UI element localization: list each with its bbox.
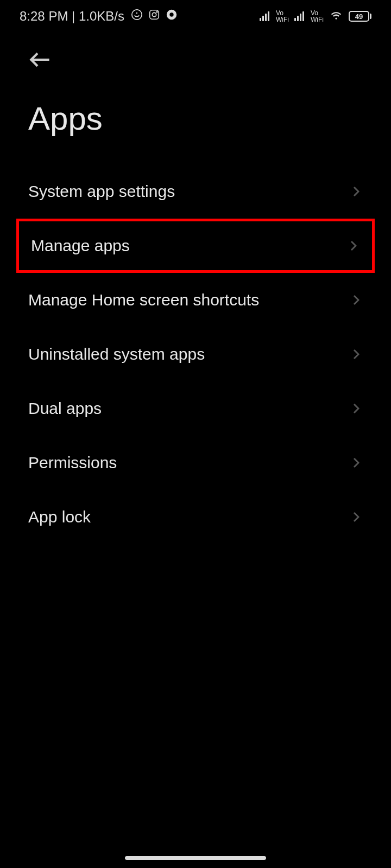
status-notification-icons xyxy=(131,9,178,24)
chevron-right-icon xyxy=(353,458,363,468)
battery-indicator: 49 xyxy=(349,11,371,22)
menu-label: Manage Home screen shortcuts xyxy=(28,291,259,309)
menu-item-system-app-settings[interactable]: System app settings xyxy=(0,164,391,219)
svg-point-3 xyxy=(156,11,157,12)
status-time: 8:28 PM | 1.0KB/s xyxy=(20,9,124,24)
status-left: 8:28 PM | 1.0KB/s xyxy=(20,9,178,24)
menu-item-uninstalled-system-apps[interactable]: Uninstalled system apps xyxy=(0,327,391,381)
menu-item-manage-home-screen-shortcuts[interactable]: Manage Home screen shortcuts xyxy=(0,273,391,327)
menu-label: App lock xyxy=(28,508,91,526)
menu-label: Permissions xyxy=(28,454,117,472)
menu-item-manage-apps[interactable]: Manage apps xyxy=(16,219,375,273)
chevron-right-icon xyxy=(350,241,360,251)
svg-point-0 xyxy=(132,10,142,20)
menu-list: System app settings Manage apps Manage H… xyxy=(0,159,391,550)
menu-item-dual-apps[interactable]: Dual apps xyxy=(0,381,391,436)
instagram-icon xyxy=(148,9,160,24)
chevron-right-icon xyxy=(353,404,363,413)
menu-label: System app settings xyxy=(28,182,175,201)
vowifi-label-2: Vo WiFi xyxy=(311,10,324,23)
svg-point-5 xyxy=(169,12,173,16)
svg-point-2 xyxy=(152,12,156,16)
chevron-right-icon xyxy=(353,187,363,196)
whatsapp-icon xyxy=(131,9,143,24)
battery-level: 49 xyxy=(355,12,363,21)
menu-label: Dual apps xyxy=(28,399,102,418)
chevron-right-icon xyxy=(353,349,363,359)
status-right: Vo WiFi Vo WiFi 49 xyxy=(260,8,371,25)
menu-label: Manage apps xyxy=(31,237,130,255)
chevron-right-icon xyxy=(353,295,363,305)
status-bar: 8:28 PM | 1.0KB/s xyxy=(0,0,391,33)
chrome-icon xyxy=(166,9,178,24)
menu-label: Uninstalled system apps xyxy=(28,345,205,363)
back-button[interactable] xyxy=(0,33,391,73)
menu-item-app-lock[interactable]: App lock xyxy=(0,490,391,544)
page-title: Apps xyxy=(0,73,391,159)
signal-bars-1 xyxy=(260,11,269,21)
vowifi-label-1: Vo WiFi xyxy=(276,10,289,23)
wifi-icon xyxy=(329,8,343,25)
signal-bars-2 xyxy=(294,11,304,21)
home-indicator[interactable] xyxy=(125,856,266,860)
menu-item-permissions[interactable]: Permissions xyxy=(0,436,391,490)
chevron-right-icon xyxy=(353,512,363,522)
